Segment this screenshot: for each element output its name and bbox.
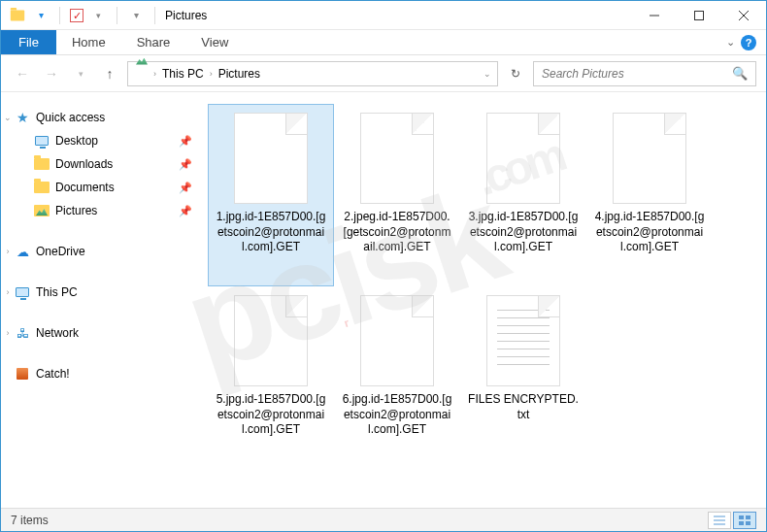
file-item[interactable]: 4.jpg.id-1E857D00.[getscoin2@protonmail.… bbox=[586, 104, 713, 286]
svg-rect-7 bbox=[739, 515, 744, 519]
search-icon[interactable]: 🔍 bbox=[732, 66, 748, 81]
sidebar-quick-access[interactable]: ⌄ ★ Quick access bbox=[1, 106, 200, 129]
sidebar-item-label: Catch! bbox=[36, 367, 70, 381]
svg-rect-10 bbox=[746, 521, 750, 525]
text-file-icon bbox=[486, 295, 560, 386]
sidebar-catch[interactable]: Catch! bbox=[1, 362, 200, 385]
content-area: ⌄ ★ Quick access Desktop 📌 Downloads 📌 D… bbox=[1, 92, 766, 508]
chevron-right-icon[interactable]: › bbox=[3, 247, 13, 256]
search-box[interactable]: 🔍 bbox=[533, 61, 756, 86]
file-list[interactable]: 1.jpg.id-1E857D00.[getscoin2@protonmail.… bbox=[200, 92, 766, 508]
sidebar-item-downloads[interactable]: Downloads 📌 bbox=[1, 152, 200, 176]
window-controls bbox=[632, 1, 766, 30]
file-name: 4.jpg.id-1E857D00.[getscoin2@protonmail.… bbox=[591, 210, 708, 255]
breadcrumb-thispc[interactable]: This PC bbox=[160, 67, 206, 81]
svg-rect-9 bbox=[739, 521, 744, 525]
file-name: 6.jpg.id-1E857D00.[getscoin2@protonmail.… bbox=[339, 392, 455, 438]
tab-view[interactable]: View bbox=[185, 30, 244, 54]
address-bar[interactable]: › This PC › Pictures ⌄ bbox=[127, 61, 498, 86]
sidebar-item-label: Documents bbox=[55, 181, 115, 194]
quick-access-toolbar: ▾ ✓ ▾ ▾ bbox=[9, 7, 159, 24]
sidebar-item-label: Desktop bbox=[55, 134, 98, 148]
file-item[interactable]: 6.jpg.id-1E857D00.[getscoin2@protonmail.… bbox=[334, 286, 460, 469]
file-item[interactable]: 3.jpg.id-1E857D00.[getscoin2@protonmail.… bbox=[460, 104, 586, 286]
refresh-button[interactable]: ↻ bbox=[504, 62, 527, 85]
blank-file-icon bbox=[360, 295, 434, 386]
chevron-right-icon[interactable]: › bbox=[3, 328, 13, 338]
chevron-right-icon[interactable]: › bbox=[153, 69, 156, 79]
sidebar-thispc[interactable]: › This PC bbox=[1, 281, 200, 304]
close-button[interactable] bbox=[721, 1, 766, 30]
folder-icon bbox=[34, 180, 50, 195]
explorer-icon bbox=[9, 7, 26, 24]
sidebar-item-label: This PC bbox=[36, 285, 78, 299]
blank-file-icon bbox=[360, 113, 434, 204]
pictures-icon bbox=[34, 203, 50, 218]
pin-icon: 📌 bbox=[179, 135, 192, 148]
pin-icon: 📌 bbox=[179, 205, 192, 217]
help-icon[interactable]: ? bbox=[741, 35, 756, 50]
blank-file-icon bbox=[234, 295, 308, 386]
chevron-down-icon[interactable]: ⌄ bbox=[3, 113, 13, 122]
search-input[interactable] bbox=[542, 67, 732, 81]
svg-rect-1 bbox=[695, 11, 704, 19]
navigation-bar: ← → ▾ ↑ › This PC › Pictures ⌄ ↻ 🔍 bbox=[1, 55, 766, 92]
tab-share[interactable]: Share bbox=[121, 30, 186, 54]
svg-rect-8 bbox=[746, 515, 750, 519]
sidebar-item-label: OneDrive bbox=[36, 245, 85, 258]
sidebar-item-documents[interactable]: Documents 📌 bbox=[1, 176, 200, 199]
sidebar-item-label: Downloads bbox=[55, 157, 113, 171]
sidebar-item-label: Network bbox=[36, 326, 79, 340]
sidebar-item-label: Pictures bbox=[55, 204, 97, 217]
recent-dropdown-icon[interactable]: ▾ bbox=[69, 62, 92, 85]
sidebar-item-label: Quick access bbox=[36, 111, 105, 124]
desktop-icon bbox=[34, 133, 50, 149]
file-item[interactable]: 1.jpg.id-1E857D00.[getscoin2@protonmail.… bbox=[208, 104, 334, 286]
back-button[interactable]: ← bbox=[11, 62, 34, 85]
sidebar-network[interactable]: › 🖧 Network bbox=[1, 321, 200, 345]
file-name: 3.jpg.id-1E857D00.[getscoin2@protonmail.… bbox=[465, 210, 582, 255]
sidebar-item-desktop[interactable]: Desktop 📌 bbox=[1, 129, 200, 152]
network-icon: 🖧 bbox=[15, 325, 30, 341]
catch-icon bbox=[15, 366, 30, 382]
blank-file-icon bbox=[613, 113, 686, 204]
status-bar: 7 items bbox=[1, 508, 766, 531]
sidebar-onedrive[interactable]: › ☁ OneDrive bbox=[1, 240, 200, 263]
list-icon bbox=[714, 515, 725, 525]
file-name: 5.jpg.id-1E857D00.[getscoin2@protonmail.… bbox=[213, 392, 329, 438]
star-icon: ★ bbox=[15, 110, 30, 125]
address-dropdown-icon[interactable]: ⌄ bbox=[484, 69, 491, 79]
folder-icon bbox=[34, 156, 50, 172]
up-button[interactable]: ↑ bbox=[98, 62, 121, 85]
ribbon: File Home Share View ⌄ ? bbox=[1, 30, 766, 55]
file-name: 1.jpg.id-1E857D00.[getscoin2@protonmail.… bbox=[213, 210, 329, 255]
details-view-button[interactable] bbox=[708, 512, 731, 529]
sidebar-item-pictures[interactable]: Pictures 📌 bbox=[1, 199, 200, 222]
properties-checkbox-icon[interactable]: ✓ bbox=[70, 9, 83, 22]
folder-overflow-icon[interactable]: ▾ bbox=[127, 7, 145, 24]
grid-icon bbox=[739, 515, 750, 525]
breadcrumb-pictures[interactable]: Pictures bbox=[217, 67, 262, 81]
file-tab[interactable]: File bbox=[1, 30, 56, 54]
forward-button[interactable]: → bbox=[40, 62, 63, 85]
file-item[interactable]: 2.jpeg.id-1E857D00.[getscoin2@protonmail… bbox=[334, 104, 460, 286]
chevron-right-icon[interactable]: › bbox=[210, 69, 213, 79]
item-count: 7 items bbox=[11, 514, 49, 527]
navigation-pane: ⌄ ★ Quick access Desktop 📌 Downloads 📌 D… bbox=[1, 92, 200, 508]
maximize-button[interactable] bbox=[677, 1, 721, 30]
location-icon bbox=[134, 66, 150, 82]
tab-home[interactable]: Home bbox=[56, 30, 121, 54]
blank-file-icon bbox=[486, 113, 560, 204]
ribbon-expand-icon[interactable]: ⌄ bbox=[726, 36, 735, 49]
minimize-button[interactable] bbox=[632, 1, 677, 30]
file-item[interactable]: FILES ENCRYPTED.txt bbox=[460, 286, 586, 469]
file-item[interactable]: 5.jpg.id-1E857D00.[getscoin2@protonmail.… bbox=[208, 286, 334, 469]
thumbnails-view-button[interactable] bbox=[733, 512, 756, 529]
pin-toggle-icon[interactable]: ▾ bbox=[32, 7, 50, 24]
qat-dropdown-icon[interactable]: ▾ bbox=[89, 7, 107, 24]
monitor-icon bbox=[15, 284, 30, 300]
file-name: FILES ENCRYPTED.txt bbox=[465, 392, 582, 422]
title-bar: ▾ ✓ ▾ ▾ Pictures bbox=[1, 1, 766, 30]
pin-icon: 📌 bbox=[179, 182, 192, 194]
chevron-right-icon[interactable]: › bbox=[3, 287, 13, 297]
